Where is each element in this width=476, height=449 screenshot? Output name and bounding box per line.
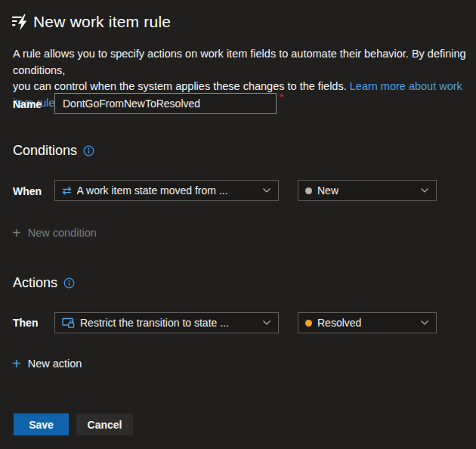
intro-line2: you can control when the system applies … [13,80,347,92]
chevron-down-icon [420,187,429,194]
then-row-label: Then [13,317,38,329]
to-state-dropdown[interactable]: Resolved [298,312,437,333]
work-item-rule-icon [10,12,30,33]
actions-heading-label: Actions [13,275,57,291]
new-condition-button: + New condition [12,225,97,240]
rule-name-input[interactable] [54,93,277,114]
condition-type-value: A work item state moved from ... [77,184,228,197]
actions-section-heading: Actions [13,275,75,291]
state-transition-icon: ⇄ [62,185,72,197]
new-action-label: New action [28,358,82,370]
chevron-down-icon [262,320,271,326]
conditions-heading-label: Conditions [13,143,77,159]
plus-icon: + [12,356,21,371]
from-state-dropdown[interactable]: New [298,180,437,201]
conditions-section-heading: Conditions [13,143,94,159]
new-action-button[interactable]: + New action [12,356,82,371]
resolved-state-dot-icon [305,320,312,327]
save-button[interactable]: Save [14,413,69,435]
condition-type-dropdown[interactable]: ⇄ A work item state moved from ... [54,180,279,201]
intro-line1: A rule allows you to specify actions on … [13,48,466,76]
new-condition-label: New condition [28,227,97,239]
page-title: New work item rule [33,13,171,31]
chevron-down-icon [262,187,271,194]
name-field-label: Name [13,98,42,110]
new-work-item-rule-dialog: New work item rule A rule allows you to … [0,0,476,449]
to-state-value: Resolved [317,317,361,329]
required-marker: * [280,91,283,103]
new-state-dot-icon [305,187,312,194]
plus-icon: + [12,225,21,240]
when-row-label: When [13,185,42,197]
cancel-button[interactable]: Cancel [76,413,133,435]
action-type-value: Restrict the transition to state ... [80,317,229,329]
from-state-value: New [317,184,338,197]
chevron-down-icon [420,320,429,326]
restrict-transition-icon [62,317,75,329]
conditions-info-icon[interactable] [83,145,94,156]
actions-info-icon[interactable] [63,277,75,289]
action-type-dropdown[interactable]: Restrict the transition to state ... [54,312,279,333]
